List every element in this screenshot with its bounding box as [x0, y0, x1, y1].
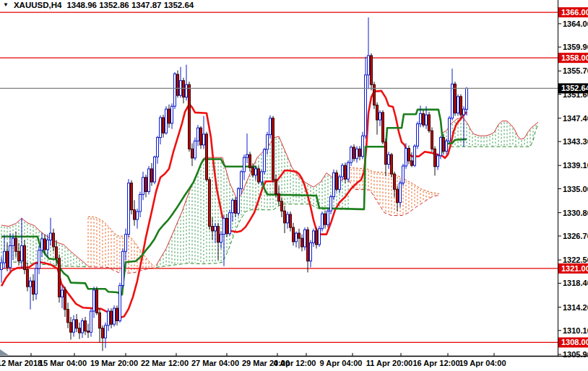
- candle-down: [293, 223, 295, 246]
- candle-body: [241, 172, 243, 189]
- candle-body: [15, 238, 17, 251]
- x-axis-labels: 12 Mar 201815 Mar 04:0019 Mar 20:0022 Ma…: [0, 353, 506, 367]
- candle-body: [278, 194, 280, 201]
- candle-body: [174, 74, 176, 106]
- candle-down: [145, 175, 147, 198]
- x-axis-label: 4 Apr 12:00: [274, 359, 316, 367]
- candle-down: [359, 146, 361, 160]
- candle-down: [281, 197, 283, 217]
- candle-down: [70, 317, 72, 340]
- candle-body: [316, 231, 318, 245]
- candle-body: [287, 214, 289, 223]
- chart-area[interactable]: 1364.001359.901355.701351.601347.401343.…: [0, 0, 588, 371]
- candle-body: [203, 134, 205, 145]
- candle-up: [463, 106, 465, 147]
- candle-up: [93, 287, 95, 318]
- candle-up: [287, 211, 289, 229]
- candle-down: [102, 326, 104, 351]
- candle-body: [87, 331, 90, 333]
- candle-body: [131, 183, 133, 210]
- candle-up: [350, 146, 353, 166]
- chart-shift-marker: [0, 349, 9, 355]
- candle-body: [379, 113, 381, 120]
- candle-up: [35, 263, 38, 300]
- candle-down: [345, 162, 347, 183]
- y-axis-label: 1364.00: [563, 19, 588, 28]
- candle-body: [165, 109, 168, 133]
- candle-body: [12, 238, 14, 245]
- candle-body: [272, 118, 274, 180]
- price-level-label: 1366.00: [558, 7, 588, 17]
- candle-down: [460, 95, 462, 118]
- candle-body: [353, 147, 355, 159]
- candle-up: [330, 194, 332, 214]
- candle-up: [342, 163, 344, 180]
- candle-down: [316, 227, 318, 248]
- candle-down: [64, 287, 66, 317]
- candle-up: [417, 121, 419, 149]
- candle-down: [151, 163, 153, 186]
- candle-body: [382, 113, 384, 142]
- candle-body: [90, 311, 92, 332]
- chart-ohlc-readout: 1348.96 1352.86 1347.87 1352.64: [66, 1, 194, 9]
- candle-body: [365, 75, 367, 136]
- candle-up: [304, 227, 306, 250]
- candle-body: [249, 154, 251, 167]
- candle-body: [310, 243, 312, 261]
- candle-up: [50, 218, 52, 246]
- candle-body: [313, 231, 315, 243]
- candle-body: [333, 173, 335, 196]
- candle-body: [145, 178, 147, 192]
- candle-up: [139, 191, 142, 217]
- candle-down: [131, 180, 133, 214]
- candle-down: [275, 175, 277, 198]
- candle-down: [249, 152, 251, 172]
- candle-down: [284, 206, 286, 233]
- y-axis-label: 1322.50: [563, 256, 588, 264]
- x-axis-label: 16 Apr 12:00: [412, 359, 459, 367]
- candle-up: [21, 218, 23, 269]
- candle-body: [160, 118, 162, 138]
- candle-down: [301, 235, 303, 252]
- candle-down: [33, 274, 35, 301]
- candle-body: [186, 84, 188, 97]
- candle-body: [119, 286, 121, 321]
- candle-body: [96, 290, 98, 313]
- candle-body: [189, 84, 191, 149]
- candle-body: [7, 251, 9, 267]
- candle-up: [61, 286, 64, 309]
- x-axis-label: 27 Mar 04:00: [191, 359, 239, 367]
- symbol-dropdown-icon[interactable]: ▼: [3, 1, 9, 8]
- candle-body: [267, 135, 269, 150]
- candle-up: [12, 235, 14, 260]
- candle-body: [420, 113, 422, 123]
- candle-down: [168, 105, 170, 128]
- candle-body: [275, 180, 277, 194]
- candle-up: [238, 187, 240, 216]
- candle-body: [385, 142, 387, 165]
- candle-up: [30, 277, 32, 310]
- candle-body: [446, 141, 448, 151]
- candle-up: [379, 110, 381, 126]
- candle-down: [206, 132, 208, 182]
- x-axis-label: 19 Apr 04:00: [459, 359, 506, 367]
- candle-body: [449, 118, 451, 141]
- candle-up: [148, 166, 150, 194]
- candle-down: [391, 153, 393, 178]
- candle-body: [281, 201, 283, 211]
- candle-down: [431, 127, 433, 152]
- svg-text:1366.00: 1366.00: [561, 8, 588, 17]
- candle-body: [232, 200, 234, 212]
- candle-body: [301, 238, 303, 247]
- candle-down: [371, 53, 373, 90]
- candle-body: [76, 320, 78, 328]
- candle-up: [321, 211, 324, 232]
- candle-body: [330, 197, 332, 211]
- candle-body: [113, 308, 116, 324]
- candle-down: [298, 229, 301, 249]
- candle-down: [59, 254, 61, 302]
- chart-symbol-timeframe: XAUUSD,H4: [14, 1, 61, 9]
- candle-down: [272, 116, 274, 183]
- candle-up: [333, 170, 335, 201]
- candle-up: [41, 232, 43, 257]
